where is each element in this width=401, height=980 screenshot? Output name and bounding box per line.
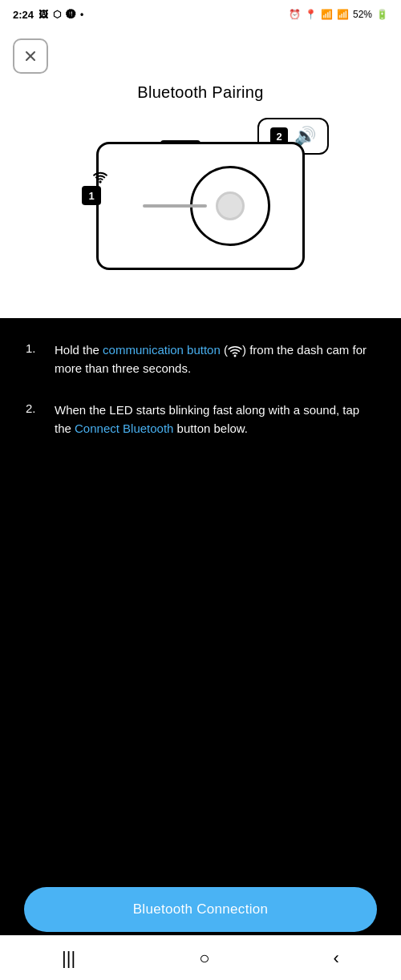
dot-icon: • [80,9,83,20]
camera-body [96,142,305,270]
recent-apps-icon[interactable]: ||| [62,948,75,969]
bluetooth-connection-button[interactable]: Bluetooth Connection [24,887,377,932]
top-section: Bluetooth Pairing 2 🔊 [0,29,401,318]
badge-1: 1 [82,186,101,205]
instruction-1-text: Hold the communication button () from th… [55,341,375,378]
camera-illustration: 2 🔊 1 [72,118,329,294]
home-icon[interactable]: ○ [199,948,209,969]
instruction-1-number: 1. [26,341,42,378]
instruction-2-text: When the LED starts blinking fast along … [55,401,375,438]
instruction-2-number: 2. [26,401,42,438]
svg-point-3 [234,355,236,357]
svg-point-2 [99,181,101,183]
connect-bluetooth-link: Connect Bluetooth [75,421,173,435]
notification-icon: 🅜 [66,9,75,20]
status-bar: 2:24 🖼 ⬡ 🅜 • ⏰ 📍 📶 📶 52% 🔋 [0,0,401,29]
instruction-1: 1. Hold the communication button () from… [26,341,375,378]
bluetooth-icon: ⬡ [53,9,61,20]
status-left: 2:24 🖼 ⬡ 🅜 • [13,9,83,21]
battery-icon: 🔋 [376,9,388,20]
battery-level: 52% [353,9,372,20]
bottom-section: 1. Hold the communication button () from… [0,318,401,980]
page-title: Bluetooth Pairing [137,83,263,102]
photo-icon: 🖼 [38,9,48,20]
instruction-2: 2. When the LED starts blinking fast alo… [26,401,375,438]
communication-button-link: communication button [103,343,221,357]
wifi-signal-icon [93,170,107,187]
time: 2:24 [13,9,34,21]
button-area: Bluetooth Connection [0,887,401,932]
location-icon: 📍 [305,9,317,20]
back-icon[interactable]: ‹ [334,948,339,969]
camera-slot [143,204,207,208]
status-right: ⏰ 📍 📶 📶 52% 🔋 [289,9,388,20]
alarm-icon: ⏰ [289,9,301,20]
wifi-icon: 📶 [321,9,333,20]
signal-icon: 📶 [337,9,349,20]
close-button[interactable] [13,38,48,74]
bottom-nav: ||| ○ ‹ [0,935,401,980]
camera-lens-inner [216,192,245,220]
